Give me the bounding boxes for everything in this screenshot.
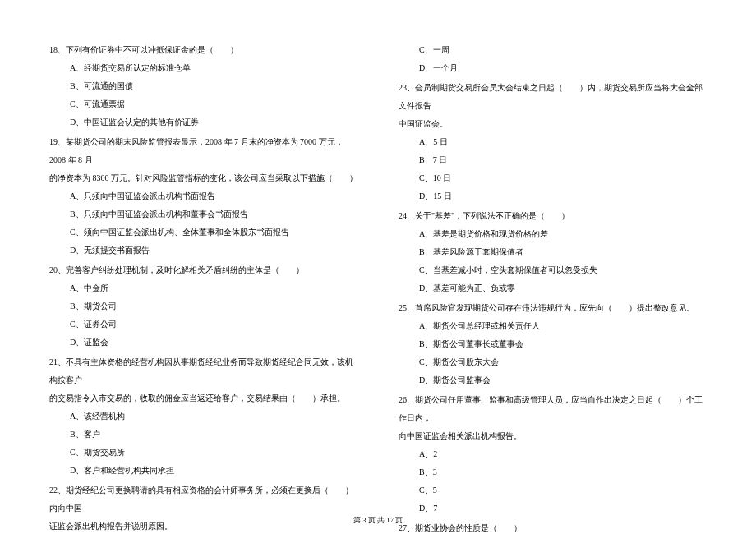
page-columns: 18、下列有价证券中不可以冲抵保证金的是（ ） A、经期货交易所认定的标准仓单 … <box>49 41 707 501</box>
option: D、15 日 <box>399 187 707 205</box>
question-text: 18、下列有价证券中不可以冲抵保证金的是（ ） <box>49 41 357 59</box>
option: C、证券公司 <box>49 315 357 334</box>
option: B、期货公司董事长或董事会 <box>399 335 707 353</box>
option: C、期货公司股东大会 <box>399 353 707 371</box>
option: B、客户 <box>49 426 357 444</box>
option: C、期货交易所 <box>49 444 357 462</box>
question-text-cont: 向中国证监会相关派出机构报告。 <box>399 427 707 445</box>
question-text-cont: 中国证监会。 <box>399 115 707 133</box>
question-text-cont: 的交易指令入市交易的，收取的佣金应当返还给客户，交易结果由（ ）承担。 <box>49 389 357 407</box>
option: A、基差是期货价格和现货价格的差 <box>399 225 707 243</box>
option: A、该经营机构 <box>49 407 357 426</box>
question-text: 23、会员制期货交易所会员大会结束之日起（ ）内，期货交易所应当将大会全部文件报… <box>399 79 707 115</box>
option: D、期货公司监事会 <box>399 371 707 389</box>
question-text: 19、某期货公司的期末风险监管报表显示，2008 年 7 月末的净资本为 700… <box>49 133 357 169</box>
option: C、10 日 <box>399 169 707 187</box>
question-20: 20、完善客户纠纷处理机制，及时化解相关矛盾纠纷的主体是（ ） A、中金所 B、… <box>49 261 357 352</box>
option: B、基差风险源于套期保值者 <box>399 243 707 261</box>
question-25: 25、首席风险官发现期货公司存在违法违规行为，应先向（ ）提出整改意见。 A、期… <box>399 299 707 389</box>
question-text-cont: 的净资本为 8300 万元。针对风险监管指标的变化，该公司应当采取以下措施（ ） <box>49 169 357 187</box>
question-26: 26、期货公司任用董事、监事和高级管理人员，应当自作出决定之日起（ ）个工作日内… <box>399 391 707 518</box>
option: A、2 <box>399 445 707 463</box>
option: B、7 日 <box>399 151 707 169</box>
left-column: 18、下列有价证券中不可以冲抵保证金的是（ ） A、经期货交易所认定的标准仓单 … <box>49 41 357 501</box>
option: C、可流通票据 <box>49 95 357 113</box>
option: D、客户和经营机构共同承担 <box>49 462 357 480</box>
option: A、期货公司总经理或相关责任人 <box>399 317 707 335</box>
option: B、期货公司 <box>49 297 357 315</box>
option: B、只须向中国证监会派出机构和董事会书面报告 <box>49 205 357 223</box>
question-text: 22、期货经纪公司更换聘请的具有相应资格的会计师事务所，必须在更换后（ ）内向中… <box>49 481 357 518</box>
option: A、只须向中国证监会派出机构书面报告 <box>49 187 357 205</box>
option: A、中金所 <box>49 279 357 297</box>
option: A、5 日 <box>399 133 707 151</box>
option: C、5 <box>399 481 707 499</box>
question-text: 21、不具有主体资格的经营机构因从事期货经纪业务而导致期货经纪合同无效，该机构按… <box>49 353 357 389</box>
question-18: 18、下列有价证券中不可以冲抵保证金的是（ ） A、经期货交易所认定的标准仓单 … <box>49 41 357 131</box>
question-23: 23、会员制期货交易所会员大会结束之日起（ ）内，期货交易所应当将大会全部文件报… <box>399 79 707 205</box>
option: A、经期货交易所认定的标准仓单 <box>49 59 357 77</box>
question-24: 24、关于"基差"，下列说法不正确的是（ ） A、基差是期货价格和现货价格的差 … <box>399 207 707 297</box>
option: D、证监会 <box>49 334 357 352</box>
question-19: 19、某期货公司的期末风险监管报表显示，2008 年 7 月末的净资本为 700… <box>49 133 357 260</box>
option: C、当基差减小时，空头套期保值者可以忽受损失 <box>399 261 707 279</box>
option: D、无须提交书面报告 <box>49 242 357 260</box>
page-footer: 第 3 页 共 17 页 <box>0 515 756 526</box>
option: C、一周 <box>399 41 707 59</box>
option: B、3 <box>399 463 707 481</box>
question-text: 20、完善客户纠纷处理机制，及时化解相关矛盾纠纷的主体是（ ） <box>49 261 357 279</box>
option: B、可流通的国债 <box>49 77 357 95</box>
option: D、中国证监会认定的其他有价证券 <box>49 113 357 131</box>
question-22-cont: C、一周 D、一个月 <box>399 41 707 77</box>
option: D、一个月 <box>399 59 707 77</box>
right-column: C、一周 D、一个月 23、会员制期货交易所会员大会结束之日起（ ）内，期货交易… <box>399 41 707 501</box>
option: C、须向中国证监会派出机构、全体董事和全体股东书面报告 <box>49 223 357 242</box>
question-21: 21、不具有主体资格的经营机构因从事期货经纪业务而导致期货经纪合同无效，该机构按… <box>49 353 357 480</box>
option: D、基差可能为正、负或零 <box>399 279 707 297</box>
question-text: 24、关于"基差"，下列说法不正确的是（ ） <box>399 207 707 225</box>
question-22: 22、期货经纪公司更换聘请的具有相应资格的会计师事务所，必须在更换后（ ）内向中… <box>49 481 357 534</box>
question-text: 25、首席风险官发现期货公司存在违法违规行为，应先向（ ）提出整改意见。 <box>399 299 707 317</box>
question-text: 26、期货公司任用董事、监事和高级管理人员，应当自作出决定之日起（ ）个工作日内… <box>399 391 707 427</box>
